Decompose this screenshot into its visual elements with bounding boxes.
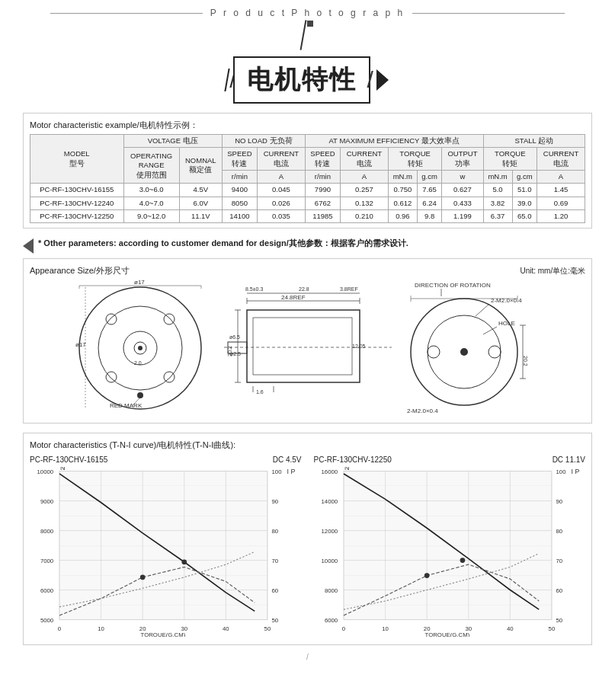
- table-cell: PC-RF-130CHV-16155: [30, 184, 124, 197]
- drawings-container: ø17 2.0 RED MARK ø17: [30, 280, 585, 417]
- table-cell: 6.0V: [179, 197, 222, 209]
- svg-text:TORQUE(G.CM): TORQUE(G.CM): [424, 631, 469, 637]
- table-cell: 39.0: [512, 197, 537, 209]
- svg-text:80: 80: [556, 528, 562, 535]
- maxeff-group-header: AT MAXIMUM EFFICIENCY 最大效率点: [305, 135, 483, 148]
- spec-table: MODEL型号 VOLTAGE 电压 NO LOAD 无负荷 AT MAXIMU…: [30, 134, 585, 223]
- svg-point-101: [181, 560, 187, 565]
- svg-point-7: [138, 346, 143, 350]
- torque-max-header: TORQUE转矩: [388, 148, 441, 171]
- curves-row: PC-RF-130CHV-16155 DC 4.5V: [30, 455, 585, 638]
- svg-text:7000: 7000: [40, 558, 54, 564]
- page-main-title: 电机特性: [233, 56, 370, 104]
- table-cell: 3.0~6.0: [123, 184, 179, 197]
- svg-text:6000: 6000: [324, 617, 338, 624]
- table-cell: PC-RF-130CHV-12240: [30, 197, 124, 209]
- table-cell: 11985: [305, 210, 340, 223]
- noload-group-header: NO LOAD 无负荷: [222, 135, 305, 148]
- table-cell: 8050: [222, 197, 257, 209]
- svg-text:10: 10: [98, 625, 104, 632]
- svg-text:12.05: 12.05: [352, 344, 366, 349]
- page: P r o d u c t P h o t o g r a p h / 电机特性…: [0, 0, 615, 676]
- svg-text:40: 40: [507, 625, 514, 632]
- table-cell: 0.045: [257, 184, 305, 197]
- svg-text:TORQUE(G.CM): TORQUE(G.CM): [141, 631, 186, 637]
- table-cell: 6.24: [417, 197, 441, 209]
- table-cell: 7.65: [417, 184, 441, 197]
- svg-point-49: [460, 348, 468, 356]
- svg-text:100: 100: [272, 468, 283, 475]
- stall-mNm-unit: mN.m: [483, 171, 512, 184]
- svg-line-51: [483, 327, 497, 334]
- svg-text:2-M2.0×0.4: 2-M2.0×0.4: [407, 408, 438, 414]
- table-cell: 6762: [305, 197, 340, 209]
- table-cell: PC-RF-130CHV-12250: [30, 210, 124, 223]
- svg-text:16000: 16000: [321, 468, 338, 475]
- svg-rect-20: [253, 318, 352, 375]
- curve2-model: PC-RF-130CHV-12250: [314, 455, 392, 464]
- svg-text:N: N: [60, 467, 65, 471]
- motor-front-view: ø17 2.0 RED MARK ø17: [72, 280, 216, 417]
- table-cell: 0.433: [442, 197, 483, 209]
- table-cell: 9.0~12.0: [123, 210, 179, 223]
- svg-text:50: 50: [264, 625, 271, 632]
- diagonal-decor: [299, 20, 306, 50]
- svg-text:8000: 8000: [324, 587, 338, 594]
- arrow-right-icon: [376, 69, 389, 91]
- curve-svg-1: 10000 9000 8000 7000 6000 5000 N 0 10 20…: [30, 467, 302, 637]
- table-cell: 9400: [222, 184, 257, 197]
- header-section: P r o d u c t P h o t o g r a p h: [23, 8, 592, 50]
- torque-gcm-unit: g.cm: [417, 171, 441, 184]
- svg-text:10000: 10000: [321, 558, 338, 564]
- unit-note: Unit: mm/单位:毫米: [520, 266, 585, 276]
- product-title-box: / 电机特性 /: [23, 56, 592, 104]
- svg-text:0: 0: [341, 625, 345, 632]
- speed-noload-header: SPEED转速: [222, 148, 257, 171]
- table-cell: 0.035: [257, 210, 305, 223]
- table-header-label: Motor characteristic example/电机特性示例：: [30, 120, 585, 131]
- other-params-label: * Other parameters: according to custome…: [38, 238, 408, 249]
- svg-text:1.6: 1.6: [256, 389, 264, 395]
- svg-text:20.2: 20.2: [227, 347, 232, 357]
- title-slash-right: /: [367, 67, 373, 93]
- output-header: OUTPUT功率: [442, 148, 483, 171]
- svg-text:ø17: ø17: [134, 280, 145, 286]
- svg-text:20.2: 20.2: [523, 356, 528, 366]
- current-max-header: CURRENT电流: [340, 148, 388, 171]
- table-cell: 65.0: [512, 210, 537, 223]
- left-decor: [226, 69, 228, 91]
- stall-gcm-unit: g.cm: [512, 171, 537, 184]
- right-arrow-decor: [376, 69, 389, 91]
- svg-text:8000: 8000: [40, 528, 54, 535]
- svg-point-102: [140, 575, 146, 580]
- svg-text:24.8REF: 24.8REF: [281, 294, 306, 301]
- svg-text:12000: 12000: [321, 528, 338, 535]
- header-line: P r o d u c t P h o t o g r a p h: [23, 8, 592, 18]
- table-cell: 0.96: [388, 210, 417, 223]
- svg-point-142: [460, 558, 465, 564]
- current-max-unit: A: [340, 171, 388, 184]
- svg-text:9000: 9000: [40, 498, 54, 505]
- stall-torque-header: TORQUE转矩: [483, 148, 537, 171]
- svg-text:0: 0: [58, 625, 62, 632]
- svg-point-4: [164, 314, 175, 324]
- svg-text:3.8REF: 3.8REF: [340, 286, 358, 292]
- page-footer: /: [23, 653, 592, 661]
- svg-point-143: [424, 574, 429, 579]
- curve-chart-1: PC-RF-130CHV-16155 DC 4.5V: [30, 455, 302, 638]
- svg-text:HOLE: HOLE: [498, 320, 515, 327]
- appearance-title: Appearance Size/外形尺寸: [30, 265, 130, 276]
- svg-text:N: N: [344, 467, 349, 471]
- svg-line-46: [476, 304, 489, 316]
- curve-title: Motor characteristics (T-N-I curve)/电机特性…: [30, 439, 585, 451]
- curve-subtitle-2: PC-RF-130CHV-12250 DC 11.1V: [314, 455, 586, 464]
- curve2-voltage: DC 11.1V: [553, 455, 585, 464]
- table-cell: 6.37: [483, 210, 512, 223]
- curve-section: Motor characteristics (T-N-I curve)/电机特性…: [23, 433, 592, 645]
- current-noload-header: CURRENT电流: [257, 148, 305, 171]
- arrow-left-icon: [23, 238, 34, 254]
- header-line-right: [412, 13, 565, 14]
- table-row: PC-RF-130CHV-122404.0~7.06.0V80500.02667…: [30, 197, 585, 209]
- model-col-header: MODEL型号: [30, 135, 124, 184]
- table-cell: 0.257: [340, 184, 388, 197]
